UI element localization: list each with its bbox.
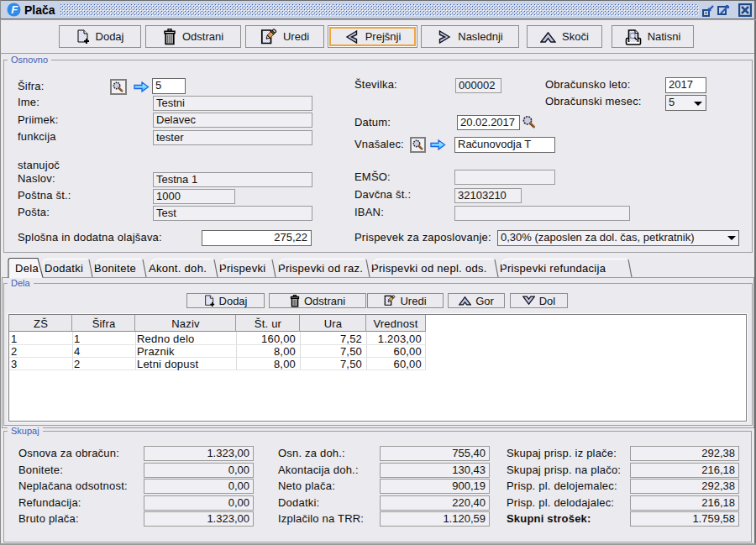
svg-text:F: F (11, 3, 18, 16)
